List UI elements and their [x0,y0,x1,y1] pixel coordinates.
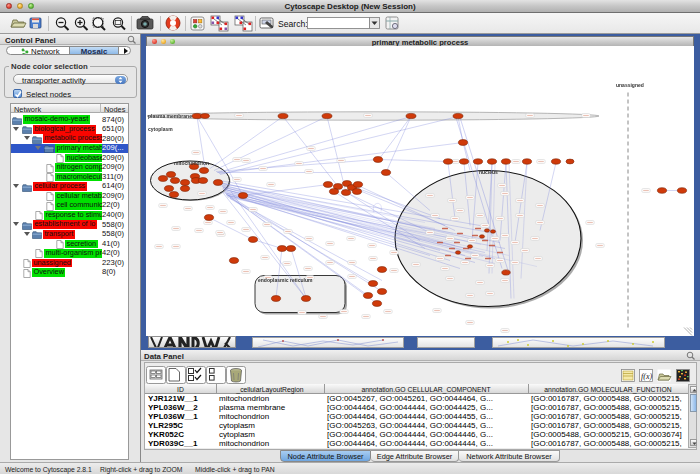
svg-text:mitochondrion: mitochondrion [174,160,209,166]
svg-text:unassigned: unassigned [616,81,644,87]
svg-text:f(x): f(x) [641,372,652,381]
svg-text:plasma membrane: plasma membrane [148,112,192,118]
svg-text:cytoplasm: cytoplasm [148,125,173,131]
svg-text:nucleus: nucleus [479,169,498,175]
svg-text:Search:: Search: [278,19,308,29]
svg-text:endoplasmic reticulum: endoplasmic reticulum [258,276,313,282]
